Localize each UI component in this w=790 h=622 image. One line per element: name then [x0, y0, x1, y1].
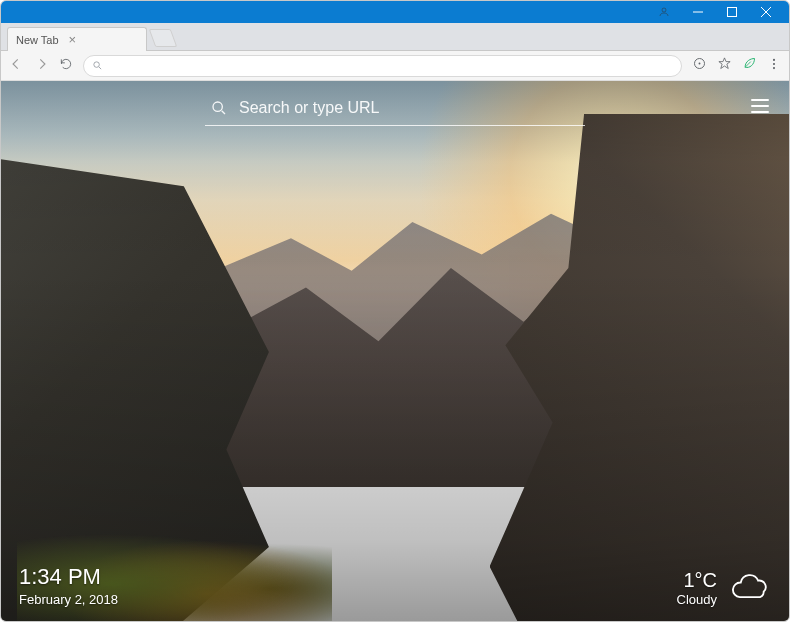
browser-menu-button[interactable]: [767, 57, 781, 75]
svg-point-10: [773, 58, 775, 60]
search-placeholder: Search or type URL: [239, 99, 380, 117]
svg-point-0: [662, 8, 666, 12]
svg-point-5: [94, 62, 100, 68]
weather-widget[interactable]: 1°C Cloudy: [677, 569, 771, 607]
search-icon: [211, 100, 227, 116]
extension-icon-leaf[interactable]: [742, 56, 757, 75]
profile-icon[interactable]: [647, 1, 681, 23]
new-tab-page: Search or type URL 1:34 PM February 2, 2…: [1, 81, 789, 622]
wallpaper-search-bar[interactable]: Search or type URL: [205, 95, 585, 126]
browser-toolbar: [1, 51, 789, 81]
wallpaper-mountains: [1, 81, 789, 622]
address-bar[interactable]: [83, 55, 682, 77]
svg-line-14: [222, 111, 225, 114]
clock-time: 1:34 PM: [19, 564, 118, 590]
back-button[interactable]: [9, 57, 23, 75]
browser-tab[interactable]: New Tab ×: [7, 27, 147, 51]
svg-point-8: [699, 63, 701, 65]
window-titlebar: [1, 1, 789, 23]
page-menu-button[interactable]: [751, 99, 769, 113]
bookmark-star-icon[interactable]: [717, 56, 732, 75]
new-tab-button[interactable]: [149, 29, 178, 47]
weather-temperature: 1°C: [677, 569, 717, 592]
extension-icon-target[interactable]: [692, 56, 707, 75]
svg-marker-9: [719, 58, 730, 69]
reload-button[interactable]: [59, 57, 73, 75]
tab-close-icon[interactable]: ×: [69, 33, 77, 46]
forward-button[interactable]: [35, 57, 49, 75]
svg-line-6: [99, 67, 101, 69]
tab-strip: New Tab ×: [1, 23, 789, 51]
weather-condition: Cloudy: [677, 592, 717, 607]
window-maximize-button[interactable]: [715, 1, 749, 23]
svg-rect-2: [728, 8, 737, 17]
cloud-icon: [727, 570, 771, 606]
clock-date: February 2, 2018: [19, 592, 118, 607]
search-icon: [92, 60, 103, 71]
window-minimize-button[interactable]: [681, 1, 715, 23]
svg-point-12: [773, 67, 775, 69]
svg-point-13: [213, 102, 222, 111]
tab-title: New Tab: [16, 34, 59, 46]
window-close-button[interactable]: [749, 1, 783, 23]
clock-widget: 1:34 PM February 2, 2018: [19, 564, 118, 607]
svg-point-11: [773, 62, 775, 64]
